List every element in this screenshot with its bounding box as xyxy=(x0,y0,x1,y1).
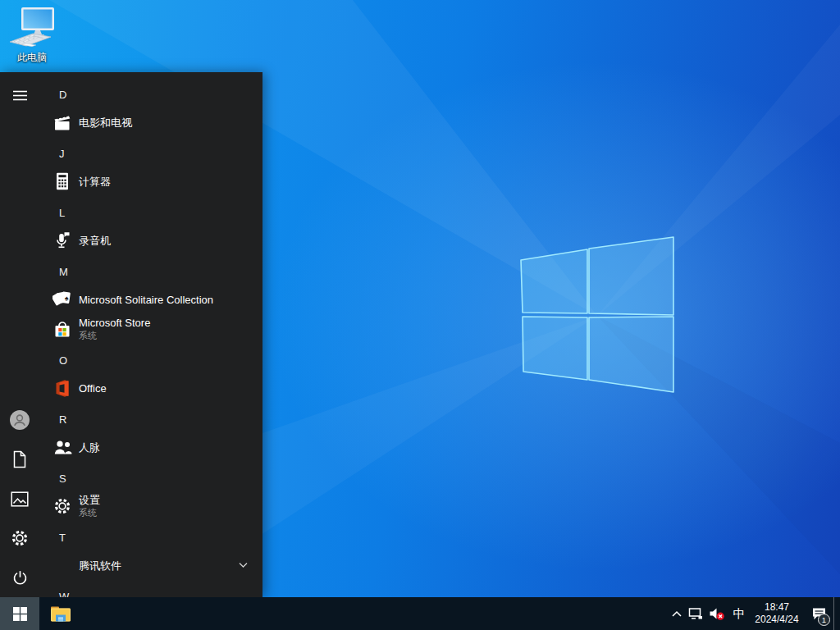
volume-button[interactable] xyxy=(705,597,728,630)
start-button[interactable] xyxy=(0,597,39,630)
letter-header-D[interactable]: D xyxy=(39,80,262,109)
app-item[interactable]: Microsoft Store系统 xyxy=(39,311,262,347)
store-icon xyxy=(52,319,72,339)
documents-button[interactable] xyxy=(0,440,39,479)
document-icon xyxy=(11,450,28,468)
app-label: 人脉 xyxy=(79,441,100,454)
power-button[interactable] xyxy=(0,558,39,597)
app-label: 设置 xyxy=(79,494,100,506)
system-tray: 中 18:47 2024/4/24 1 xyxy=(668,597,840,630)
this-pc-icon xyxy=(8,7,56,49)
letter-header-O[interactable]: O xyxy=(39,345,262,375)
desktop-icon-label: 此电脑 xyxy=(17,52,47,63)
file-explorer-button[interactable] xyxy=(41,597,80,630)
windows-start-icon xyxy=(13,607,27,621)
power-icon xyxy=(11,569,29,587)
pictures-button[interactable] xyxy=(0,479,39,518)
pictures-icon xyxy=(11,491,29,507)
calculator-icon xyxy=(52,171,72,191)
app-item[interactable]: ♠Microsoft Solitaire Collection xyxy=(39,285,262,314)
menu-button[interactable] xyxy=(0,75,39,115)
app-item[interactable]: 计算器 xyxy=(39,167,262,196)
app-sublabel: 系统 xyxy=(79,507,100,519)
letter-header-L[interactable]: L xyxy=(39,198,262,227)
app-item[interactable]: 人脉 xyxy=(39,432,262,462)
network-ethernet-icon xyxy=(688,607,703,620)
clock-date: 2024/4/24 xyxy=(755,614,798,626)
clock-time: 18:47 xyxy=(755,601,798,614)
letter-label: L xyxy=(59,207,65,219)
letter-label: W xyxy=(59,591,69,598)
ime-label: 中 xyxy=(733,606,746,622)
taskbar: 中 18:47 2024/4/24 1 xyxy=(0,597,840,630)
app-item[interactable]: 录音机 xyxy=(39,226,262,255)
app-group-folder[interactable]: 腾讯软件 xyxy=(39,550,262,580)
letter-header-W[interactable]: W xyxy=(39,582,262,597)
notification-badge: 1 xyxy=(818,614,830,626)
app-label: Microsoft Solitaire Collection xyxy=(79,294,213,306)
action-center-button[interactable]: 1 xyxy=(804,597,833,630)
app-item[interactable]: 电影和电视 xyxy=(39,107,262,137)
letter-header-M[interactable]: M xyxy=(39,257,262,286)
app-label: 录音机 xyxy=(79,235,111,247)
letter-label: T xyxy=(59,532,66,544)
voice-recorder-icon xyxy=(52,231,72,250)
user-icon xyxy=(9,409,30,431)
letter-label: M xyxy=(59,266,68,278)
app-label: 电影和电视 xyxy=(79,116,132,129)
letter-header-R[interactable]: R xyxy=(39,404,262,434)
start-menu-rail xyxy=(0,72,39,597)
letter-label: O xyxy=(59,354,67,367)
letter-label: R xyxy=(59,413,66,426)
people-icon xyxy=(52,437,72,457)
movies-tv-icon xyxy=(52,112,72,132)
gear-icon xyxy=(52,496,72,516)
start-menu: D电影和电视J计算器L录音机M♠Microsoft Solitaire Coll… xyxy=(0,72,262,597)
app-label: Microsoft Store xyxy=(79,317,150,329)
volume-muted-icon xyxy=(709,607,725,621)
user-account-button[interactable] xyxy=(0,400,39,440)
app-item[interactable]: Office xyxy=(39,373,262,403)
app-item[interactable]: 设置系统 xyxy=(39,488,262,524)
app-label: 腾讯软件 xyxy=(79,559,121,572)
network-button[interactable] xyxy=(686,597,705,630)
app-sublabel: 系统 xyxy=(79,330,150,342)
clock[interactable]: 18:47 2024/4/24 xyxy=(750,597,804,630)
hidden-icons-button[interactable] xyxy=(668,597,686,630)
office-icon xyxy=(52,378,72,398)
hamburger-icon xyxy=(13,90,27,101)
letter-label: J xyxy=(59,148,65,160)
letter-header-J[interactable]: J xyxy=(39,139,262,168)
letter-header-T[interactable]: T xyxy=(39,523,262,552)
chevron-down-icon xyxy=(239,563,248,568)
app-label: 计算器 xyxy=(79,176,111,188)
solitaire-icon: ♠ xyxy=(52,290,72,309)
letter-label: D xyxy=(59,89,66,101)
gear-icon xyxy=(11,529,29,547)
start-menu-app-list: D电影和电视J计算器L录音机M♠Microsoft Solitaire Coll… xyxy=(39,72,262,597)
letter-label: S xyxy=(59,472,66,485)
chevron-up-icon xyxy=(671,609,682,618)
app-label: Office xyxy=(79,382,107,395)
file-explorer-icon xyxy=(50,605,71,623)
ime-indicator[interactable]: 中 xyxy=(728,597,750,630)
settings-button[interactable] xyxy=(0,518,39,558)
show-desktop-button[interactable] xyxy=(833,597,840,630)
desktop-icon-this-pc[interactable]: 此电脑 xyxy=(5,7,59,64)
